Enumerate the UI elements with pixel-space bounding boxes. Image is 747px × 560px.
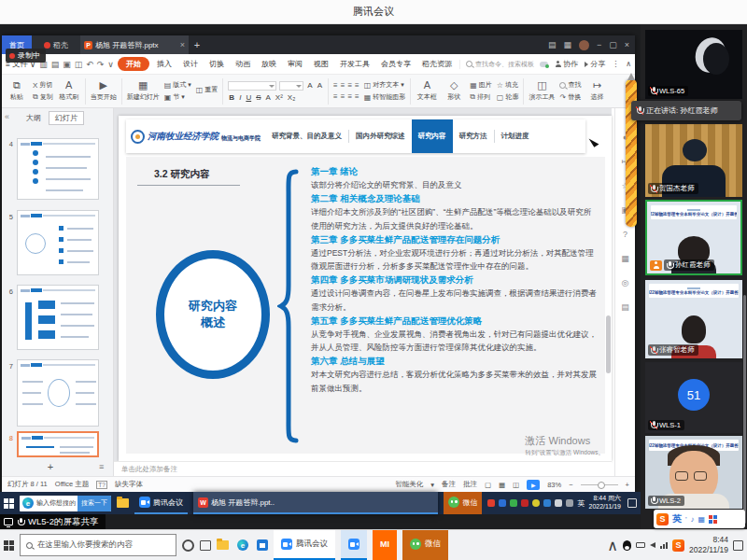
taskbar-tencent-meeting-main[interactable]: 腾讯会议 xyxy=(274,530,335,560)
picture-button[interactable]: ▦ 图片 xyxy=(470,80,492,90)
slide-thumbnail-7[interactable] xyxy=(17,359,99,427)
current-slide[interactable]: 河南牧业经济学院 物流与电商学院 研究背景、目的及意义 国内外研究综述 研究内容… xyxy=(119,116,612,461)
video-tile-teacher-he[interactable]: 贺国杰老师 xyxy=(645,124,742,197)
superscript-button[interactable]: X² xyxy=(275,93,284,102)
workspace-icon[interactable]: ▤ xyxy=(548,40,557,49)
edge-search-box[interactable]: e 输入你想搜的 搜索一下 xyxy=(20,496,111,511)
align-left-icon[interactable]: ≡ xyxy=(333,92,338,101)
play-from-page-button[interactable]: ▶ 当页开始 xyxy=(91,80,117,102)
sogou-tray-icon[interactable]: S xyxy=(672,539,684,552)
grow-font-button[interactable]: A xyxy=(306,81,313,90)
tab-document[interactable]: P 杨旭 开题答辩.pptx × xyxy=(80,35,189,54)
qq-icon[interactable] xyxy=(623,540,631,551)
collapse-panel-icon[interactable]: « xyxy=(5,112,9,121)
more-commands-icon[interactable]: ∨ xyxy=(107,60,114,69)
ime-language-toggle[interactable]: 英 xyxy=(672,512,682,525)
zoom-out-icon[interactable]: − xyxy=(569,481,572,489)
arrange-button[interactable]: ⧉ 排列 xyxy=(470,92,492,102)
menu-slideshow[interactable]: 放映 xyxy=(258,57,280,71)
zoom-in-icon[interactable]: + xyxy=(626,481,629,489)
sorter-view-icon[interactable]: ▦ xyxy=(499,481,505,489)
menu-insert[interactable]: 插入 xyxy=(153,57,176,71)
sidebar-scrollbar-thumb[interactable] xyxy=(743,295,746,524)
notes-toggle[interactable]: 备注 xyxy=(442,480,456,489)
video-tile-wls1[interactable]: 51 WLS-1 xyxy=(645,362,742,433)
bold-button[interactable]: B xyxy=(228,93,235,102)
cortana-icon[interactable] xyxy=(182,539,194,552)
italic-button[interactable]: I xyxy=(238,93,242,102)
action-center-icon[interactable] xyxy=(733,540,743,551)
layout-button[interactable]: ▤ 版式 ▾ xyxy=(164,80,191,90)
taskbar-wps-document[interactable]: W 杨旭 开题答辩.ppt.. xyxy=(193,492,438,514)
outline-tab[interactable]: 大纲 xyxy=(24,112,43,124)
shape-button[interactable]: ◇ 形状 xyxy=(443,80,465,102)
command-search-input[interactable]: 查找命令、搜索模板 xyxy=(459,60,534,69)
export-icon[interactable]: ▤ xyxy=(51,60,60,69)
add-slide-button[interactable]: + xyxy=(2,461,99,472)
indent-increase-icon[interactable]: ≡ xyxy=(355,81,359,90)
task-view-icon[interactable] xyxy=(200,540,211,551)
underline-button[interactable]: U xyxy=(245,93,252,102)
window-minimize-button[interactable]: − xyxy=(597,40,601,49)
slide-thumbnail-4[interactable] xyxy=(17,138,99,200)
format-painter-button[interactable]: A 格式刷 xyxy=(58,80,80,102)
volume-icon[interactable] xyxy=(650,542,655,548)
bluetooth-icon[interactable] xyxy=(543,499,551,507)
menu-design[interactable]: 设计 xyxy=(179,57,202,71)
font-size-combobox[interactable] xyxy=(279,81,303,91)
zoom-slider[interactable] xyxy=(581,484,618,485)
start-button[interactable] xyxy=(4,498,14,509)
ime-language-chip[interactable]: 英 xyxy=(577,498,585,509)
line-spacing-icon[interactable]: ≡ xyxy=(355,92,359,101)
menu-devtools[interactable]: 开发工具 xyxy=(336,57,374,71)
ime-toolbox-icon[interactable] xyxy=(709,515,717,524)
subscript-button[interactable]: X₂ xyxy=(287,93,296,102)
sogou-icon[interactable]: S xyxy=(656,513,669,525)
edge-icon[interactable]: e xyxy=(237,539,248,551)
reading-view-icon[interactable]: ◫ xyxy=(513,481,519,489)
cloud-sync-icon[interactable] xyxy=(540,62,548,67)
new-slide-button[interactable]: ▦ 新建幻灯片 xyxy=(127,80,160,102)
menu-view[interactable]: 视图 xyxy=(310,57,332,71)
outline-button[interactable]: ▢ 轮廓 xyxy=(497,92,519,102)
slide-thumbnail-5[interactable] xyxy=(17,210,99,275)
menu-animation[interactable]: 动画 xyxy=(232,57,254,71)
align-right-icon[interactable]: ≡ xyxy=(347,92,352,101)
tray-wps-icon[interactable] xyxy=(487,499,495,507)
slides-tab[interactable]: 幻灯片 xyxy=(49,111,84,125)
paste-button[interactable]: ⧉ 粘贴 xyxy=(6,80,28,102)
align-center-icon[interactable]: ≡ xyxy=(341,92,345,101)
video-tile-wls2[interactable]: 2022届物流管理专业本科毕业论文（设计）开题答辩 WLS-2 xyxy=(645,436,742,509)
file-explorer-icon[interactable] xyxy=(217,540,229,550)
taskbar-tencent-meeting[interactable]: 腾讯会议 xyxy=(134,492,188,514)
redo-icon[interactable]: ↷ xyxy=(97,60,105,69)
font-color-button[interactable]: A xyxy=(265,93,272,102)
microsoft-store-icon[interactable] xyxy=(257,539,268,551)
slide-scrollbar-thumb[interactable] xyxy=(606,315,611,373)
battery-icon[interactable] xyxy=(636,542,645,548)
ime-keyboard-icon[interactable]: ▦ xyxy=(698,515,706,524)
mic-tray-icon[interactable] xyxy=(555,499,562,507)
beautify-button[interactable]: 智能美化 xyxy=(395,480,423,489)
action-center-icon[interactable] xyxy=(627,498,637,508)
taskbar-wechat[interactable]: 微信 xyxy=(444,492,482,514)
present-tools-button[interactable]: ◫ 演示工具 xyxy=(529,80,555,102)
select-button[interactable]: ↦ 选择 xyxy=(585,80,608,102)
tray-meeting-icon[interactable] xyxy=(499,499,506,507)
undo-icon[interactable]: ↶ xyxy=(86,60,93,69)
tray-expand-icon[interactable]: ∧ xyxy=(607,537,618,554)
menu-home[interactable]: 开始 xyxy=(118,57,149,71)
to-smartart-button[interactable]: ▦ 转智能图形 xyxy=(364,92,406,102)
panel-options-icon[interactable]: ≡ xyxy=(99,462,114,471)
menu-member[interactable]: 会员专享 xyxy=(377,57,415,71)
video-tile-wls65[interactable]: WLS-65 xyxy=(645,30,742,99)
file-explorer-icon[interactable] xyxy=(117,498,129,508)
copy-button[interactable]: ⧉ 复制 xyxy=(33,92,53,102)
new-tab-button[interactable]: + xyxy=(189,35,205,54)
menu-review[interactable]: 审阅 xyxy=(284,57,306,71)
apps-grid-icon[interactable]: ▦ xyxy=(563,40,571,49)
share-button[interactable]: 分享 xyxy=(585,59,605,69)
volume-icon[interactable] xyxy=(566,499,573,507)
search-go-button[interactable]: 搜索一下 xyxy=(78,496,111,511)
collapse-ribbon-icon[interactable]: ∧ xyxy=(626,60,631,68)
